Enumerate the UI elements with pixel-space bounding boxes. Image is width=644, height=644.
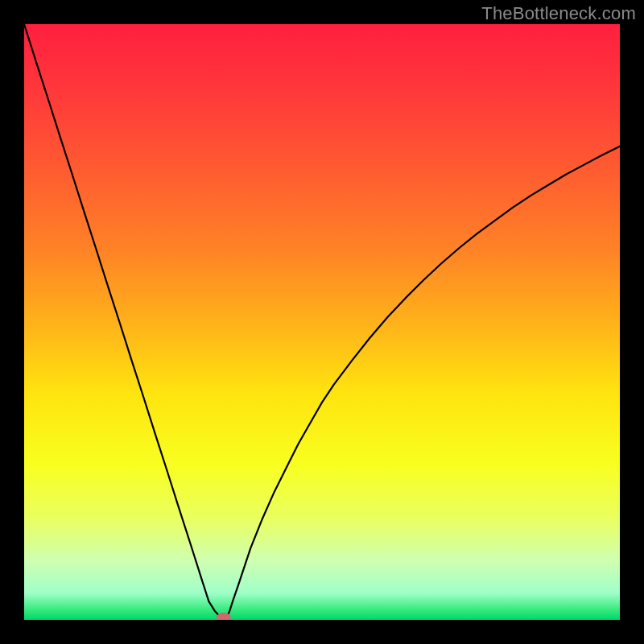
watermark-text: TheBottleneck.com bbox=[481, 3, 636, 24]
bottleneck-chart bbox=[24, 24, 620, 620]
chart-frame: TheBottleneck.com bbox=[0, 0, 644, 644]
plot-background bbox=[24, 24, 620, 620]
